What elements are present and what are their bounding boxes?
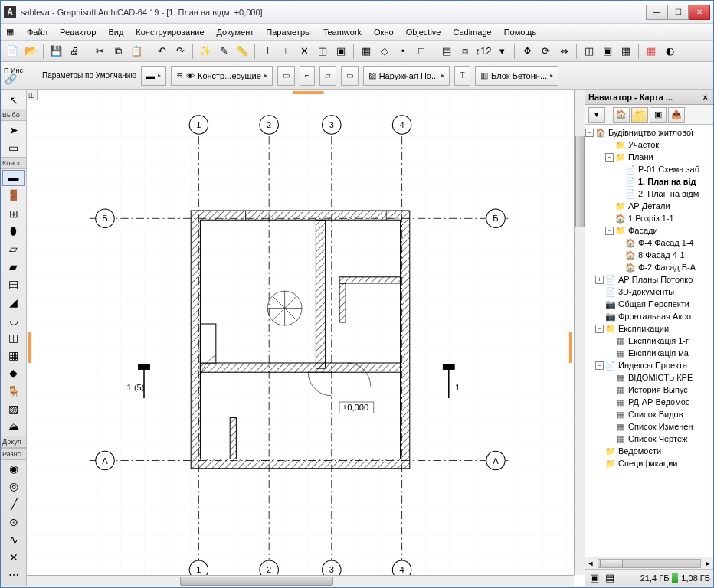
tree-item[interactable]: ▦Список Изменен	[585, 420, 713, 433]
navigator-close-icon[interactable]: ×	[701, 93, 710, 102]
tree-item[interactable]: ▦Експликація ма	[585, 347, 713, 359]
tree-item[interactable]: 📁АР Детали	[585, 200, 713, 212]
grid-icon[interactable]: ▦	[358, 43, 375, 60]
skylight-tool[interactable]: ◫	[2, 329, 25, 345]
view3-icon[interactable]: ▦	[617, 43, 634, 60]
snap5-icon[interactable]: ▣	[332, 43, 349, 60]
menu-objective[interactable]: Objective	[400, 25, 447, 39]
render-icon[interactable]: ◐	[661, 43, 678, 60]
vertical-scrollbar[interactable]	[574, 90, 585, 575]
tree-item[interactable]: 📷Фронтальная Аксо	[585, 310, 713, 322]
menu-cadimage[interactable]: Cadimage	[447, 25, 497, 39]
hotspot-tool[interactable]: ✕	[2, 550, 25, 566]
pointer-tool[interactable]: ➤	[2, 122, 25, 138]
move-icon[interactable]: ✥	[519, 43, 536, 60]
snap4-icon[interactable]: ◫	[314, 43, 331, 60]
roof-tool[interactable]: ◢	[2, 294, 25, 310]
tree-item[interactable]: 📁Участок	[585, 139, 713, 151]
rotate-icon[interactable]: ⟳	[537, 43, 554, 60]
floor-plan-canvas[interactable]: 1 2 3 4 1 2 3 4 Б Б А А	[27, 90, 574, 586]
maximize-button[interactable]: ☐	[667, 5, 689, 20]
tree-item[interactable]: ▦Список Чертеж	[585, 433, 713, 445]
spot1-tool[interactable]: ◉	[2, 461, 25, 477]
horizontal-scrollbar[interactable]	[27, 575, 574, 586]
tree-item[interactable]: 🏠8 Фасад 4-1	[585, 249, 713, 261]
print-icon[interactable]: 🖨	[66, 43, 83, 60]
trace-icon[interactable]: ⧈	[457, 43, 473, 60]
tree-toggle-icon[interactable]: −	[595, 325, 604, 333]
new-file-icon[interactable]: 📄	[4, 43, 21, 60]
tree-item[interactable]: 📄1. План на від	[585, 175, 713, 188]
window-tool[interactable]: ⊞	[2, 205, 25, 221]
save-icon[interactable]: 💾	[47, 43, 64, 60]
tree-item[interactable]: ▦Експликація 1-г	[585, 335, 713, 347]
tree-item[interactable]: 📁Спецификации	[585, 457, 713, 469]
arrow-tool[interactable]: ↖	[2, 92, 25, 108]
tree-item[interactable]: −📁Експликации	[585, 322, 713, 335]
cursor-icon[interactable]: ◇	[376, 43, 393, 60]
snap3-icon[interactable]: ✕	[296, 43, 313, 60]
menu-документ[interactable]: Документ	[211, 25, 260, 39]
tree-toggle-icon[interactable]: −	[585, 129, 594, 137]
tree-item[interactable]: ▦ВІДОМІСТЬ КРЕ	[585, 371, 713, 384]
geometry2-button[interactable]: ⌐	[300, 66, 315, 86]
tree-toggle-icon[interactable]: −	[595, 361, 604, 370]
object-tool[interactable]: 🪑	[2, 383, 25, 399]
paste-icon[interactable]: 📋	[128, 43, 145, 60]
undo-icon[interactable]: ↶	[153, 43, 170, 60]
zone-tool[interactable]: ▨	[2, 400, 25, 416]
view2-icon[interactable]: ▣	[599, 43, 616, 60]
arc-tool[interactable]: ⊙	[2, 514, 25, 530]
beam-tool[interactable]: ▱	[2, 240, 25, 256]
close-button[interactable]: ✕	[689, 5, 710, 20]
tree-toggle-icon[interactable]: −	[605, 227, 614, 235]
palette-icon[interactable]: ▦	[643, 43, 660, 60]
minimize-button[interactable]: —	[646, 5, 667, 20]
tree-item[interactable]: 📄2. План на відм	[585, 188, 713, 200]
redo-icon[interactable]: ↷	[172, 43, 188, 60]
scroll-right-icon[interactable]: ►	[703, 558, 713, 569]
navigator-hscroll[interactable]: ◄ ►	[585, 557, 713, 569]
snap1-icon[interactable]: ⊥	[259, 43, 276, 60]
geometry4-button[interactable]: ▭	[341, 66, 359, 86]
nav-tab-publisher[interactable]: 📤	[668, 107, 685, 122]
menu-конструирование[interactable]: Конструирование	[129, 25, 210, 39]
zoom-icon[interactable]: □	[413, 43, 430, 60]
tree-item[interactable]: ▦История Выпус	[585, 384, 713, 396]
layers-icon[interactable]: ▤	[438, 43, 455, 60]
tree-item[interactable]: ▦РД-АР Ведомос	[585, 396, 713, 408]
scroll-thumb-h[interactable]	[180, 577, 333, 586]
nav-tab-view[interactable]: 📁	[631, 107, 648, 122]
more-tool[interactable]: ⋯	[2, 567, 25, 583]
tree-item[interactable]: 📄Р-01 Схема заб	[585, 163, 713, 175]
curtain-wall-tool[interactable]: ▦	[2, 348, 25, 364]
menu-файл[interactable]: Файл	[21, 25, 54, 39]
scroll-thumb-v[interactable]	[575, 136, 585, 227]
tree-item[interactable]: 🏠Ф-4 Фасад 1-4	[585, 237, 713, 249]
layer-selector[interactable]: ≋ 👁 Констр...есущие ▸	[171, 66, 273, 86]
wall-tool-button[interactable]: ▬▸	[141, 66, 166, 86]
wall-composite-button[interactable]: ▨ Наружная По... ▸	[363, 66, 450, 86]
stair-tool[interactable]: ▤	[2, 276, 25, 292]
spline-tool[interactable]: ∿	[2, 531, 25, 547]
copy-icon[interactable]: ⧉	[110, 43, 126, 60]
mesh-tool[interactable]: ⛰	[2, 418, 25, 434]
snap2-icon[interactable]: ⟂	[277, 43, 294, 60]
menu-окно[interactable]: Окно	[368, 25, 400, 39]
door-tool[interactable]: 🚪	[2, 188, 25, 204]
shell-tool[interactable]: ◡	[2, 312, 25, 328]
dropdown1-icon[interactable]: ▾	[493, 43, 510, 60]
navigator-tree[interactable]: − 🏠 Будівництво житлової 📁Участок−📁Плани…	[585, 125, 713, 557]
menu-параметры[interactable]: Параметры	[260, 25, 317, 39]
view1-icon[interactable]: ◫	[581, 43, 598, 60]
cut-icon[interactable]: ✂	[91, 43, 108, 60]
tree-item[interactable]: 📁Ведомости	[585, 445, 713, 457]
tree-item[interactable]: ▦Список Видов	[585, 408, 713, 420]
menu-редактор[interactable]: Редактор	[54, 25, 102, 39]
tree-item[interactable]: 🏠1 Розріз 1-1	[585, 212, 713, 224]
tree-item[interactable]: +📄АР Планы Потолко	[585, 273, 713, 286]
tree-item[interactable]: 🏠Ф-2 Фасад Б-А	[585, 261, 713, 273]
geometry3-button[interactable]: ▱	[319, 66, 336, 86]
measure-icon[interactable]: 📏	[234, 43, 251, 60]
tree-item[interactable]: 📄3D-документы	[585, 286, 713, 298]
